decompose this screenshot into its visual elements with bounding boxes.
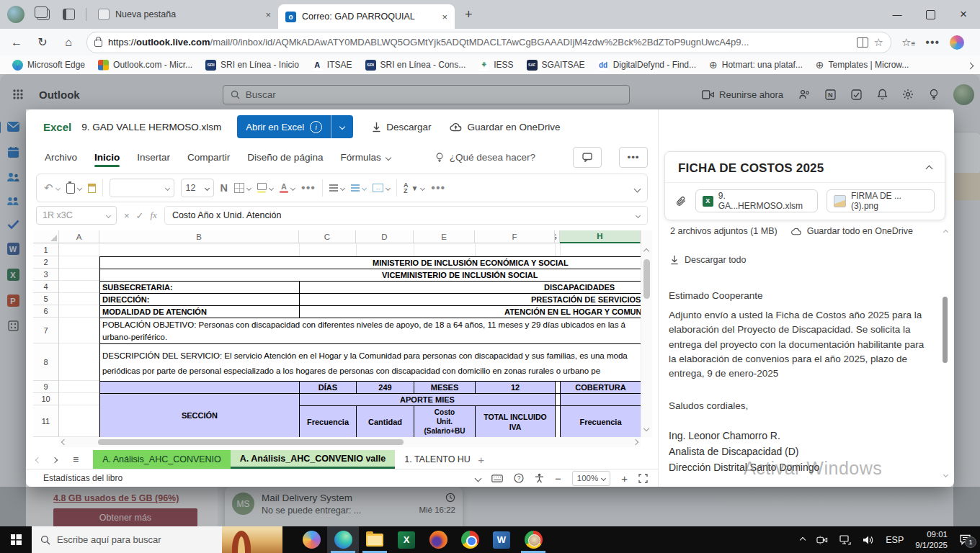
ribbon-tab-archivo[interactable]: Archivo [45,148,77,167]
browser-profile-avatar[interactable] [7,6,24,23]
browser-menu-icon[interactable]: ••• [925,36,940,49]
favorite-star-icon[interactable]: ☆ [874,36,883,49]
email-scroll-down-icon[interactable] [943,472,948,477]
start-button[interactable] [0,526,32,553]
row-header[interactable]: 7 [33,318,59,343]
get-more-button[interactable]: Obtener más [53,508,197,527]
meet-now-button[interactable]: Reunirse ahora [702,89,783,100]
row-header[interactable]: 5 [33,293,59,305]
volume-icon[interactable] [863,535,874,545]
ribbon-tab-diseno[interactable]: Diseño de página [247,148,323,167]
row-header[interactable]: 11 [33,405,59,437]
zoom-in-icon[interactable]: + [621,472,628,485]
font-family-select[interactable] [110,179,174,197]
open-in-excel-button[interactable]: Abrir en Exceli [237,115,331,138]
taskbar-edge[interactable] [327,526,359,553]
back-icon[interactable]: ← [9,36,24,49]
spreadsheet-table[interactable]: MINISTERIO DE INCLUSIÓN ECONÓMICA Y SOCI… [99,256,641,437]
cancel-entry-icon[interactable]: × [124,210,130,221]
fullscreen-icon[interactable] [638,474,648,483]
sheet-nav-next-icon[interactable] [53,454,57,464]
bookmark-item[interactable]: ⊕Templates | Microw... [811,57,914,73]
rail-mail-item[interactable] [6,121,20,132]
sheet-list-icon[interactable]: ≡ [73,454,79,465]
calendar-icon[interactable] [7,146,19,158]
sheet-tab-active[interactable]: A. Análisis_AHC_CONVENIO valle [231,450,395,469]
download-all-button[interactable]: Descargar todo [670,255,746,265]
mail-notification-card[interactable]: MS Mail Delivery System No se puede entr… [225,487,463,526]
people-icon[interactable] [6,172,19,182]
save-to-onedrive-button[interactable]: Guardar en OneDrive [450,122,560,132]
tab-close-icon[interactable]: × [442,12,447,22]
merge-cells-button[interactable]: ↔ [373,184,390,192]
address-bar[interactable]: https://outlook.live.com/mail/0/inbox/id… [86,32,891,53]
copilot-icon[interactable] [950,35,964,50]
search-highlight-image[interactable] [222,526,282,553]
sort-filter-button[interactable]: AZ▼ [404,182,424,194]
bookmark-item[interactable]: AITSAE [307,58,357,73]
ribbon-tab-compartir[interactable]: Compartir [187,148,230,167]
action-center-icon[interactable]: 1 [959,534,971,545]
zoom-out-icon[interactable]: − [555,472,561,485]
email-scroll-thumb[interactable] [943,297,948,363]
refresh-icon[interactable]: ↻ [35,35,50,49]
column-header[interactable]: E [414,230,475,243]
attachment-chip-png[interactable]: FIRMA DE ...(3).png [827,189,935,212]
wrap-text-button[interactable] [351,184,366,192]
ribbon-more-button[interactable]: ••• [619,147,648,168]
taskbar-excel[interactable]: X [391,526,422,553]
keyboard-icon[interactable] [491,475,503,482]
snooze-clock-icon[interactable] [445,493,455,503]
font-size-select[interactable]: 12 [181,179,214,197]
window-restore-button[interactable] [914,0,947,29]
bold-button[interactable]: N [220,182,228,194]
paste-button[interactable] [66,183,81,194]
select-all-corner[interactable] [33,230,59,243]
sheet-vertical-scrollbar[interactable] [641,230,652,437]
user-avatar[interactable] [953,84,974,105]
taskbar-chrome[interactable] [454,526,486,553]
toolbar-more-button[interactable]: ••• [431,181,445,194]
format-painter-button[interactable] [88,184,96,193]
workbook-statistics-button[interactable]: Estadísticas del libro [43,473,122,483]
bookmark-item[interactable]: ⊕Hotmart: una plataf... [704,57,808,73]
email-scroll-up-icon[interactable] [943,230,948,235]
fill-color-button[interactable] [257,183,273,193]
undo-button[interactable]: ↶ [44,181,60,194]
taskbar-word[interactable]: W [486,526,517,553]
app-launcher-icon[interactable] [6,89,30,99]
bookmark-item[interactable]: ddDigitalDefynd - Find... [593,58,701,73]
horizontal-scroll-thumb[interactable] [98,439,404,445]
add-sheet-button[interactable]: + [478,454,484,466]
storage-usage-link[interactable]: 4.8 GB usados de 5 GB (96%) [53,493,218,503]
tab-correo-active[interactable]: o Correo: GAD PARROQUIAL VALLE × [278,4,455,29]
bookmark-item[interactable]: SRISRI en Línea - Inicio [200,58,304,73]
confirm-entry-icon[interactable]: ✓ [136,210,144,221]
column-header[interactable]: D [356,230,414,243]
row-header[interactable]: 10 [33,393,59,405]
column-header[interactable]: G [555,230,560,243]
taskbar-copilot[interactable] [295,526,327,553]
collapse-email-icon[interactable] [926,165,933,172]
bookmark-item[interactable]: SAFSGAITSAE [522,58,590,73]
favorites-list-icon[interactable]: ☆≡ [901,36,915,49]
formula-bar-input[interactable]: Costo Año x Unid. Atención [164,206,648,225]
collapse-toolbar-icon[interactable] [635,181,640,194]
borders-button[interactable] [234,183,251,193]
ribbon-tab-formulas[interactable]: Fórmulas [340,148,390,167]
ribbon-tab-inicio[interactable]: Inicio [94,148,120,167]
settings-gear-icon[interactable] [896,89,920,100]
bookmark-item[interactable]: Outlook.com - Micr... [93,58,197,73]
column-a-cells[interactable] [59,243,99,437]
sheet-nav-prev-icon[interactable] [36,454,40,464]
align-button[interactable] [329,184,344,192]
download-button[interactable]: Descargar [372,122,431,132]
home-icon[interactable]: ⌂ [61,36,76,49]
help-icon[interactable]: ? [514,473,524,483]
column-header[interactable]: B [99,230,299,243]
row-header[interactable]: 8 [33,343,59,381]
zoom-level-select[interactable]: 100% [572,471,610,486]
notifications-bell-icon[interactable] [870,89,894,100]
tab-nueva-pestana[interactable]: Nueva pestaña × [91,3,278,26]
font-color-button[interactable]: A [280,184,295,193]
